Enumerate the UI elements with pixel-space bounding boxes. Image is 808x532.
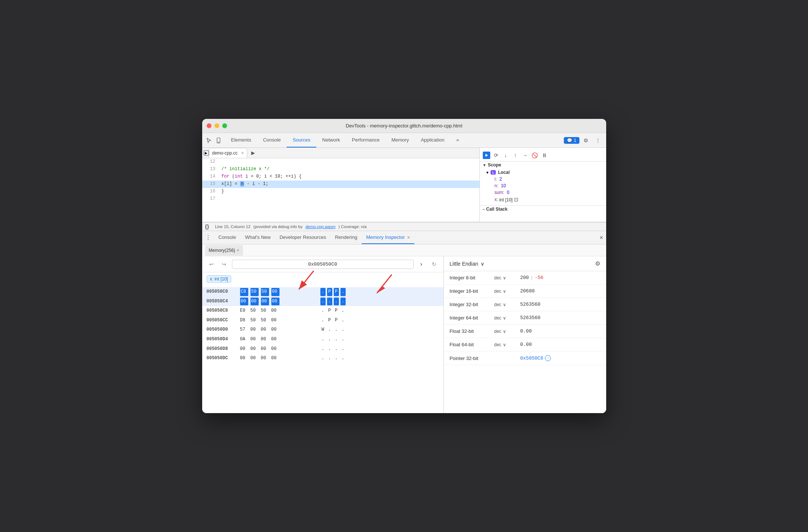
hex-byte[interactable]: 00 [261, 326, 269, 334]
hex-byte[interactable]: D8 [240, 317, 248, 325]
memory-tab-close[interactable]: × [237, 248, 239, 253]
hex-byte[interactable]: 00 [271, 335, 279, 344]
back-button[interactable]: ↩ [207, 259, 216, 269]
source-file-tab[interactable]: demo-cpp.cc × [209, 148, 248, 158]
settings-button[interactable]: ⚙ [581, 135, 591, 146]
hex-byte[interactable]: 00 [240, 298, 248, 306]
data-inspector-settings-icon[interactable]: ⚙ [595, 260, 600, 267]
code-content: x[i] = n - i - 1; [222, 181, 268, 188]
hex-byte[interactable]: 50 [261, 307, 269, 315]
drawer-tab-whats-new[interactable]: What's New [240, 231, 275, 244]
endian-select[interactable]: Little Endian ∨ [450, 261, 484, 267]
line-position: Line 15, Column 12 [215, 224, 250, 229]
step-icon[interactable]: → [521, 152, 529, 159]
hex-byte[interactable]: 00 [271, 345, 279, 353]
data-value-pointer32[interactable]: 0x5050C8 → [520, 355, 600, 361]
tab-sources[interactable]: Sources [287, 133, 316, 147]
drawer-close-button[interactable]: × [599, 234, 603, 241]
memory-inspector-tab-close[interactable]: × [407, 234, 410, 240]
hex-byte[interactable]: 50 [261, 288, 269, 296]
hex-byte[interactable]: 00 [261, 345, 269, 353]
hex-byte[interactable]: 00 [271, 317, 279, 325]
feedback-badge[interactable]: 💬 1 [564, 137, 579, 144]
step-over-icon[interactable]: ⟳ [492, 152, 500, 159]
minimize-button[interactable] [214, 123, 219, 128]
hex-byte[interactable]: 00 [271, 288, 279, 296]
hex-byte[interactable]: 00 [251, 326, 259, 334]
hex-byte[interactable]: 00 [261, 354, 269, 363]
tab-console[interactable]: Console [257, 133, 287, 147]
toolbar-right: 💬 1 ⚙ ⋮ [564, 135, 603, 146]
drawer-tab-memory-inspector[interactable]: Memory Inspector × [362, 231, 414, 244]
hex-byte[interactable]: E0 [240, 307, 248, 315]
chevron-down-icon: ∨ [503, 302, 506, 307]
hex-byte[interactable]: 50 [251, 288, 259, 296]
resume-icon[interactable] [483, 152, 490, 159]
tab-elements[interactable]: Elements [225, 133, 257, 147]
memory-256-tab[interactable]: Memory(256) × [205, 245, 243, 256]
drawer-tab-developer-resources[interactable]: Developer Resources [275, 231, 330, 244]
cursor-icon[interactable] [205, 137, 213, 144]
hex-byte[interactable]: 00 [251, 345, 259, 353]
hex-byte[interactable]: C8 [240, 288, 248, 296]
tab-network[interactable]: Network [316, 133, 346, 147]
scope-var-i: i : 2 [486, 176, 600, 182]
tab-more[interactable]: » [450, 133, 465, 147]
hex-byte[interactable]: 00 [271, 354, 279, 363]
deactivate-icon[interactable]: 🚫 [531, 152, 539, 159]
data-type: Integer 8-bit [450, 275, 494, 280]
forward-button[interactable]: ↪ [219, 259, 229, 269]
maximize-button[interactable] [222, 123, 227, 128]
var-val-n: 10 [501, 183, 506, 188]
tab-performance[interactable]: Performance [346, 133, 385, 147]
hex-byte[interactable]: 57 [240, 326, 248, 334]
pause-on-exception-icon[interactable]: ⏸ [541, 152, 548, 159]
hex-byte[interactable]: 00 [271, 298, 279, 306]
refresh-button[interactable]: ↻ [429, 259, 439, 269]
hex-byte[interactable]: 50 [251, 307, 259, 315]
value-separator: | [530, 275, 533, 280]
hex-address: 005050C0 [207, 288, 240, 296]
hex-byte[interactable]: 00 [240, 345, 248, 353]
hex-byte[interactable]: 00 [240, 354, 248, 363]
hex-char: . [320, 317, 326, 325]
line-number: 17 [205, 195, 216, 202]
hex-byte[interactable]: 00 [251, 298, 259, 306]
inspect-memory-icon[interactable]: ⊡ [514, 197, 518, 202]
hex-byte[interactable]: 00 [251, 354, 259, 363]
step-out-icon[interactable]: ↑ [512, 152, 519, 159]
tab-memory[interactable]: Memory [385, 133, 415, 147]
hex-byte[interactable]: 00 [261, 298, 269, 306]
var-chip[interactable]: x: int [10] [207, 275, 232, 283]
hex-byte[interactable]: 00 [261, 335, 269, 344]
scope-var-n: n : 10 [486, 182, 600, 189]
hex-bytes: D8 50 50 00 [240, 317, 314, 325]
hex-row: 005050C0 C8 50 50 00 . P [202, 287, 443, 297]
data-format-float32[interactable]: dec ∨ [494, 329, 520, 334]
data-format-int64[interactable]: dec ∨ [494, 315, 520, 321]
navigate-pointer-icon[interactable]: → [545, 355, 551, 361]
hex-byte[interactable]: 00 [271, 326, 279, 334]
tab-application[interactable]: Application [415, 133, 450, 147]
data-format-int16[interactable]: dec ∨ [494, 289, 520, 294]
more-options-button[interactable]: ⋮ [593, 135, 603, 146]
step-into-icon[interactable]: ↓ [502, 152, 510, 159]
data-format-float64[interactable]: dec ∨ [494, 342, 520, 347]
drawer-tab-console[interactable]: Console [214, 231, 241, 244]
address-input[interactable] [232, 260, 414, 269]
data-format-int32[interactable]: dec ∨ [494, 302, 520, 307]
hex-byte[interactable]: 00 [251, 335, 259, 344]
nav-right-button[interactable]: › [417, 259, 426, 269]
mobile-icon[interactable] [215, 137, 222, 144]
close-button[interactable] [207, 123, 211, 128]
source-nav-icon[interactable]: ▶ [249, 149, 258, 158]
wasm-link[interactable]: demo-cpp.wasm [306, 224, 336, 229]
hex-byte[interactable]: 0A [240, 335, 248, 344]
source-tab-close[interactable]: × [241, 150, 244, 156]
data-format-int8[interactable]: dec ∨ [494, 275, 520, 280]
drawer-tab-rendering[interactable]: Rendering [330, 231, 362, 244]
hex-byte[interactable]: 50 [251, 317, 259, 325]
hex-byte[interactable]: 00 [271, 307, 279, 315]
hex-byte[interactable]: 50 [261, 317, 269, 325]
drawer-menu-icon[interactable]: ⋮ [205, 234, 211, 241]
